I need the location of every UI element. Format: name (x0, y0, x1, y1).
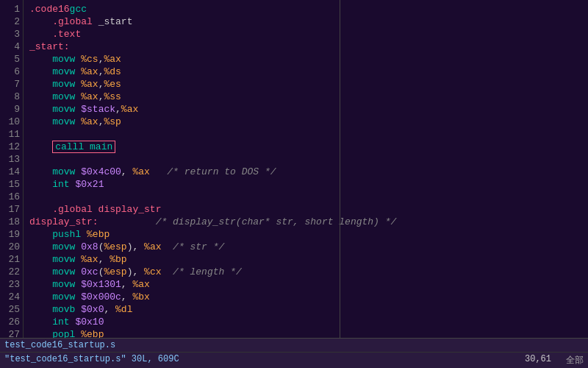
code-line (29, 128, 582, 141)
code-line: movw %cs,%ax (29, 53, 582, 66)
code-line: movw 0xc(%esp), %cx /* length */ (29, 266, 582, 278)
code-line: movw %ax, %bp (29, 253, 582, 266)
line-number: 27 (1, 328, 20, 338)
line-number: 22 (1, 266, 20, 278)
code-line: calll main (29, 141, 582, 153)
line-number: 3 (1, 28, 20, 40)
status-bar-top: test_code16_startup.s (0, 338, 588, 352)
filename-label: test_code16_startup.s (4, 340, 115, 350)
code-line: movw $stack,%ax (29, 103, 582, 116)
code-line: _start: (29, 40, 582, 53)
line-number: 12 (1, 141, 20, 153)
line-number: 21 (1, 253, 20, 266)
line-number: 15 (1, 178, 20, 191)
code-area[interactable]: .code16gcc .global _start .text_start: m… (24, 0, 588, 338)
editor-area: 1234567891011121314151617181920212223242… (0, 0, 588, 338)
code-line: movw $0x1301, %ax (29, 278, 582, 291)
status-bar-bottom: "test_code16_startup.s" 30L, 609C 30,61 … (0, 352, 588, 368)
code-line (29, 191, 582, 203)
line-number: 20 (1, 241, 20, 253)
code-line: int $0x21 (29, 178, 582, 191)
line-number: 2 (1, 15, 20, 28)
code-line: movw %ax,%ss (29, 91, 582, 103)
line-number: 5 (1, 53, 20, 66)
line-number: 26 (1, 316, 20, 328)
code-line: movw %ax,%sp (29, 116, 582, 128)
line-number: 7 (1, 78, 20, 91)
code-line: movw $0x4c00, %ax /* return to DOS */ (29, 166, 582, 178)
line-number: 18 (1, 216, 20, 228)
code-line (29, 153, 582, 166)
code-line: movw %ax,%es (29, 78, 582, 91)
code-line: movw 0x8(%esp), %ax /* str */ (29, 241, 582, 253)
code-line: .code16gcc (29, 3, 582, 15)
code-line: movw %ax,%ds (29, 66, 582, 78)
code-line: .global display_str (29, 203, 582, 216)
line-number: 8 (1, 91, 20, 103)
code-line: movw $0x000c, %bx (29, 291, 582, 303)
view-mode: 全部 (566, 354, 584, 367)
line-numbers: 1234567891011121314151617181920212223242… (0, 0, 24, 338)
line-number: 1 (1, 3, 20, 15)
line-number: 16 (1, 191, 20, 203)
line-number: 23 (1, 278, 20, 291)
code-line: popl %ebp (29, 328, 582, 338)
code-line: movb $0x0, %dl (29, 303, 582, 316)
line-number: 17 (1, 203, 20, 216)
fileinfo-label: "test_code16_startup.s" 30L, 609C (4, 354, 179, 367)
line-number: 13 (1, 153, 20, 166)
line-number: 19 (1, 228, 20, 241)
code-line: .text (29, 28, 582, 40)
code-line: display_str: /* display_str(char* str, s… (29, 216, 582, 228)
cursor-position: 30,61 (525, 354, 551, 367)
line-number: 6 (1, 66, 20, 78)
code-line: pushl %ebp (29, 228, 582, 241)
code-line: .global _start (29, 15, 582, 28)
line-number: 24 (1, 291, 20, 303)
code-line: int $0x10 (29, 316, 582, 328)
line-number: 4 (1, 40, 20, 53)
line-number: 25 (1, 303, 20, 316)
line-number: 11 (1, 128, 20, 141)
line-number: 14 (1, 166, 20, 178)
line-number: 9 (1, 103, 20, 116)
line-number: 10 (1, 116, 20, 128)
